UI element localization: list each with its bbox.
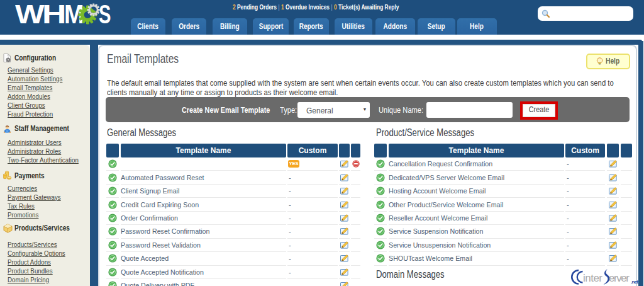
svg-text:inter: inter <box>583 272 602 284</box>
svg-text:erver: erver <box>609 272 630 284</box>
svg-text:.net: .net <box>631 279 638 285</box>
